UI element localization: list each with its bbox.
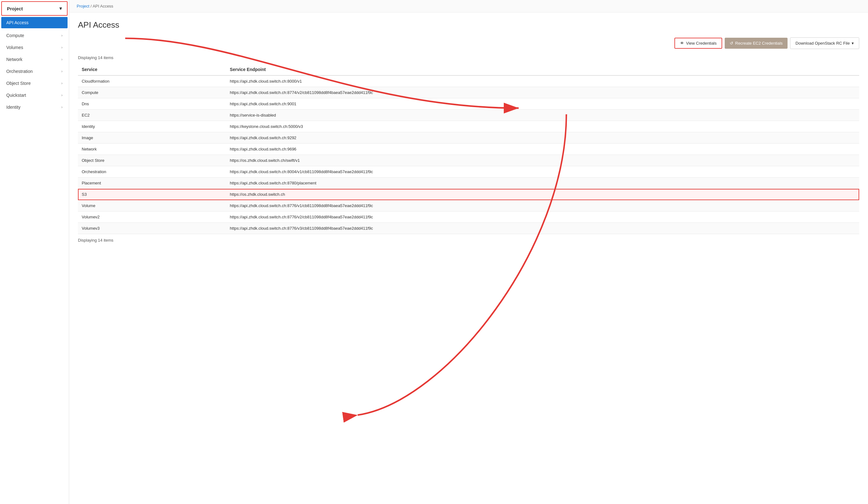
service-name: Volumev3	[78, 223, 226, 234]
service-endpoint: https://api.zhdk.cloud.switch.ch:9292	[226, 132, 859, 144]
refresh-icon: ↺	[730, 41, 733, 45]
view-credentials-button[interactable]: 👁 View Credentials	[674, 38, 722, 49]
service-name: EC2	[78, 110, 226, 121]
table-row: Compute https://api.zhdk.cloud.switch.ch…	[78, 87, 859, 98]
service-endpoint: https://api.zhdk.cloud.switch.ch:9696	[226, 144, 859, 155]
table-row: Orchestration https://api.zhdk.cloud.swi…	[78, 166, 859, 177]
service-endpoint: https://os.zhdk.cloud.switch.ch	[226, 189, 859, 200]
sidebar-item-label: Identity	[6, 105, 20, 110]
project-label: Project	[7, 6, 23, 11]
service-name: Image	[78, 132, 226, 144]
sidebar-item-network[interactable]: Network›	[0, 53, 69, 65]
table-row: Object Store https://os.zhdk.cloud.switc…	[78, 155, 859, 166]
service-name: Network	[78, 144, 226, 155]
table-row: Cloudformation https://api.zhdk.cloud.sw…	[78, 75, 859, 87]
table-row: Image https://api.zhdk.cloud.switch.ch:9…	[78, 132, 859, 144]
service-endpoint: https://keystone.cloud.switch.ch:5000/v3	[226, 121, 859, 132]
actions-bar: 👁 View Credentials ↺ Recreate EC2 Creden…	[78, 38, 859, 49]
breadcrumb: Project / API Access	[69, 0, 868, 12]
chevron-right-icon: ›	[61, 45, 63, 50]
service-endpoint: https://api.zhdk.cloud.switch.ch:9001	[226, 98, 859, 110]
service-endpoint: https://api.zhdk.cloud.switch.ch:8000/v1	[226, 75, 859, 87]
sidebar-item-identity[interactable]: Identity›	[0, 101, 69, 113]
chevron-right-icon: ›	[61, 93, 63, 97]
sidebar-item-quickstart[interactable]: Quickstart›	[0, 89, 69, 101]
sidebar-item-label: Network	[6, 57, 22, 62]
recreate-ec2-label: Recreate EC2 Credentials	[735, 41, 783, 45]
service-endpoint: https://api.zhdk.cloud.switch.ch:8780/pl…	[226, 177, 859, 189]
download-rc-button[interactable]: Download OpenStack RC File ▾	[790, 38, 859, 49]
service-endpoint: https://api.zhdk.cloud.switch.ch:8004/v1…	[226, 166, 859, 177]
eye-icon: 👁	[680, 41, 684, 45]
table-row: EC2 https://service-is-disabled	[78, 110, 859, 121]
table-row: Volume https://api.zhdk.cloud.switch.ch:…	[78, 200, 859, 212]
chevron-right-icon: ›	[61, 57, 63, 62]
breadcrumb-project: Project	[77, 4, 89, 9]
page-title: API Access	[78, 20, 859, 30]
chevron-right-icon: ›	[61, 33, 63, 38]
table-row: S3 https://os.zhdk.cloud.switch.ch	[78, 189, 859, 200]
service-name: S3	[78, 189, 226, 200]
api-access-label: API Access	[6, 20, 29, 25]
service-endpoint: https://service-is-disabled	[226, 110, 859, 121]
col-endpoint: Service Endpoint	[226, 64, 859, 75]
api-access-item[interactable]: API Access	[1, 17, 68, 28]
chevron-down-icon: ▾	[59, 6, 62, 11]
table-row: Volumev2 https://api.zhdk.cloud.switch.c…	[78, 212, 859, 223]
recreate-ec2-button[interactable]: ↺ Recreate EC2 Credentials	[725, 38, 787, 49]
service-name: Placement	[78, 177, 226, 189]
sidebar-item-label: Quickstart	[6, 93, 26, 98]
table-row: Placement https://api.zhdk.cloud.switch.…	[78, 177, 859, 189]
service-name: Identity	[78, 121, 226, 132]
displaying-top: Displaying 14 items	[78, 55, 859, 60]
download-rc-label: Download OpenStack RC File	[795, 41, 850, 45]
chevron-right-icon: ›	[61, 69, 63, 73]
sidebar-item-label: Object Store	[6, 81, 31, 86]
service-name: Orchestration	[78, 166, 226, 177]
view-credentials-label: View Credentials	[686, 41, 716, 45]
table-row: Volumev3 https://api.zhdk.cloud.switch.c…	[78, 223, 859, 234]
breadcrumb-sep: /	[91, 4, 92, 9]
sidebar-item-compute[interactable]: Compute›	[0, 30, 69, 41]
service-name: Volumev2	[78, 212, 226, 223]
sidebar-item-label: Compute	[6, 33, 24, 38]
service-endpoint: https://api.zhdk.cloud.switch.ch:8776/v2…	[226, 212, 859, 223]
main-content: Project / API Access API Access 👁 View C…	[69, 0, 868, 504]
chevron-right-icon: ›	[61, 105, 63, 109]
service-name: Cloudformation	[78, 75, 226, 87]
table-row: Identity https://keystone.cloud.switch.c…	[78, 121, 859, 132]
service-name: Volume	[78, 200, 226, 212]
service-name: Compute	[78, 87, 226, 98]
service-endpoint: https://api.zhdk.cloud.switch.ch:8776/v3…	[226, 223, 859, 234]
sidebar-item-orchestration[interactable]: Orchestration›	[0, 65, 69, 77]
col-service: Service	[78, 64, 226, 75]
sidebar-item-volumes[interactable]: Volumes›	[0, 41, 69, 53]
table-row: Dns https://api.zhdk.cloud.switch.ch:900…	[78, 98, 859, 110]
services-table: Service Service Endpoint Cloudformation …	[78, 64, 859, 234]
breadcrumb-current: API Access	[93, 4, 113, 9]
chevron-right-icon: ›	[61, 81, 63, 85]
sidebar-item-label: Orchestration	[6, 69, 33, 74]
sidebar-item-label: Volumes	[6, 45, 23, 50]
service-name: Dns	[78, 98, 226, 110]
service-name: Object Store	[78, 155, 226, 166]
content-area: API Access 👁 View Credentials ↺ Recreate…	[69, 12, 868, 250]
sidebar-nav: Compute›Volumes›Network›Orchestration›Ob…	[0, 30, 69, 113]
service-endpoint: https://os.zhdk.cloud.switch.ch/swift/v1	[226, 155, 859, 166]
project-menu[interactable]: Project ▾	[1, 1, 68, 16]
service-endpoint: https://api.zhdk.cloud.switch.ch:8774/v2…	[226, 87, 859, 98]
displaying-bottom: Displaying 14 items	[78, 238, 859, 243]
sidebar-item-object-store[interactable]: Object Store›	[0, 77, 69, 89]
chevron-down-icon: ▾	[852, 41, 854, 45]
service-endpoint: https://api.zhdk.cloud.switch.ch:8776/v1…	[226, 200, 859, 212]
sidebar: Project ▾ API Access Compute›Volumes›Net…	[0, 0, 69, 504]
table-row: Network https://api.zhdk.cloud.switch.ch…	[78, 144, 859, 155]
